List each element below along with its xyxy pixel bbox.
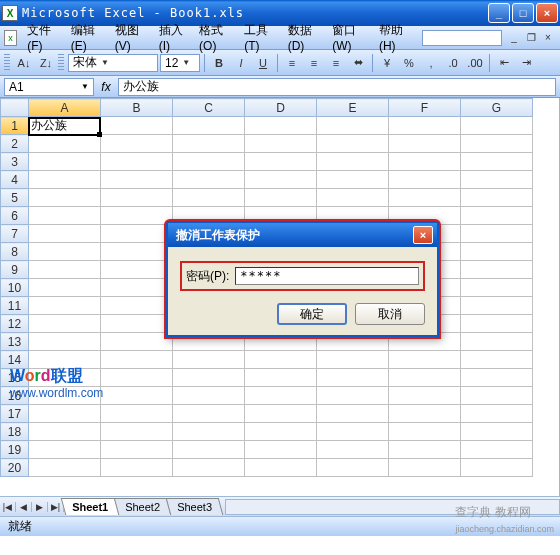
menu-data[interactable]: 数据(D) — [282, 20, 327, 55]
cell-F5[interactable] — [389, 189, 461, 207]
cell-A5[interactable] — [29, 189, 101, 207]
cell-B8[interactable] — [101, 243, 173, 261]
cell-A10[interactable] — [29, 279, 101, 297]
cell-C20[interactable] — [173, 459, 245, 477]
cell-A9[interactable] — [29, 261, 101, 279]
row-header-19[interactable]: 19 — [1, 441, 29, 459]
cell-G18[interactable] — [461, 423, 533, 441]
cell-A11[interactable] — [29, 297, 101, 315]
dialog-close-button[interactable]: × — [413, 226, 433, 244]
cell-B2[interactable] — [101, 135, 173, 153]
tab-sheet1[interactable]: Sheet1 — [61, 498, 120, 515]
increase-indent-button[interactable]: ⇥ — [516, 53, 536, 73]
col-header-B[interactable]: B — [101, 99, 173, 117]
cell-C1[interactable] — [173, 117, 245, 135]
menu-window[interactable]: 窗口(W) — [326, 20, 373, 55]
cell-B12[interactable] — [101, 315, 173, 333]
sort-desc-button[interactable]: Z↓ — [36, 53, 56, 73]
cell-F3[interactable] — [389, 153, 461, 171]
cell-D17[interactable] — [245, 405, 317, 423]
cell-G12[interactable] — [461, 315, 533, 333]
row-header-7[interactable]: 7 — [1, 225, 29, 243]
cell-D20[interactable] — [245, 459, 317, 477]
cell-G15[interactable] — [461, 369, 533, 387]
dialog-titlebar[interactable]: 撤消工作表保护 × — [168, 223, 437, 247]
menu-file[interactable]: 文件(F) — [21, 20, 65, 55]
cell-B3[interactable] — [101, 153, 173, 171]
cell-D3[interactable] — [245, 153, 317, 171]
toolbar-grip-icon[interactable] — [4, 54, 10, 72]
merge-center-button[interactable]: ⬌ — [348, 53, 368, 73]
cell-G4[interactable] — [461, 171, 533, 189]
fx-button[interactable]: fx — [96, 80, 116, 94]
cell-D5[interactable] — [245, 189, 317, 207]
cell-A8[interactable] — [29, 243, 101, 261]
menu-tools[interactable]: 工具(T) — [238, 20, 282, 55]
cell-G14[interactable] — [461, 351, 533, 369]
row-header-11[interactable]: 11 — [1, 297, 29, 315]
align-left-button[interactable]: ≡ — [282, 53, 302, 73]
cell-A3[interactable] — [29, 153, 101, 171]
cell-C16[interactable] — [173, 387, 245, 405]
menu-help[interactable]: 帮助(H) — [373, 20, 418, 55]
comma-button[interactable]: , — [421, 53, 441, 73]
cell-A6[interactable] — [29, 207, 101, 225]
formula-input[interactable]: 办公族 — [118, 78, 556, 96]
col-header-F[interactable]: F — [389, 99, 461, 117]
cell-G2[interactable] — [461, 135, 533, 153]
maximize-button[interactable]: □ — [512, 3, 534, 23]
cell-G6[interactable] — [461, 207, 533, 225]
decrease-decimal-button[interactable]: .00 — [465, 53, 485, 73]
cell-G3[interactable] — [461, 153, 533, 171]
cell-D16[interactable] — [245, 387, 317, 405]
italic-button[interactable]: I — [231, 53, 251, 73]
cell-G10[interactable] — [461, 279, 533, 297]
row-header-6[interactable]: 6 — [1, 207, 29, 225]
cell-B10[interactable] — [101, 279, 173, 297]
cell-B13[interactable] — [101, 333, 173, 351]
cell-D14[interactable] — [245, 351, 317, 369]
cell-D18[interactable] — [245, 423, 317, 441]
align-center-button[interactable]: ≡ — [304, 53, 324, 73]
row-header-3[interactable]: 3 — [1, 153, 29, 171]
password-input[interactable] — [235, 267, 419, 285]
cell-F20[interactable] — [389, 459, 461, 477]
cell-C19[interactable] — [173, 441, 245, 459]
row-header-13[interactable]: 13 — [1, 333, 29, 351]
cell-B5[interactable] — [101, 189, 173, 207]
cell-F16[interactable] — [389, 387, 461, 405]
increase-decimal-button[interactable]: .0 — [443, 53, 463, 73]
cell-A20[interactable] — [29, 459, 101, 477]
toolbar-grip-icon[interactable] — [58, 54, 64, 72]
ok-button[interactable]: 确定 — [277, 303, 347, 325]
cell-A2[interactable] — [29, 135, 101, 153]
cell-B15[interactable] — [101, 369, 173, 387]
select-all-button[interactable] — [1, 99, 29, 117]
cell-C3[interactable] — [173, 153, 245, 171]
cell-C18[interactable] — [173, 423, 245, 441]
row-header-17[interactable]: 17 — [1, 405, 29, 423]
tab-sheet3[interactable]: Sheet3 — [166, 498, 223, 515]
cell-B4[interactable] — [101, 171, 173, 189]
cell-E14[interactable] — [317, 351, 389, 369]
cell-E20[interactable] — [317, 459, 389, 477]
row-header-18[interactable]: 18 — [1, 423, 29, 441]
cell-G5[interactable] — [461, 189, 533, 207]
help-search-input[interactable] — [422, 30, 502, 46]
menu-format[interactable]: 格式(O) — [193, 20, 238, 55]
cell-D4[interactable] — [245, 171, 317, 189]
mdi-minimize-button[interactable]: _ — [506, 31, 522, 45]
row-header-10[interactable]: 10 — [1, 279, 29, 297]
cell-E17[interactable] — [317, 405, 389, 423]
tab-sheet2[interactable]: Sheet2 — [114, 498, 171, 515]
row-header-4[interactable]: 4 — [1, 171, 29, 189]
row-header-12[interactable]: 12 — [1, 315, 29, 333]
cell-D2[interactable] — [245, 135, 317, 153]
cell-E16[interactable] — [317, 387, 389, 405]
cell-B18[interactable] — [101, 423, 173, 441]
cell-B20[interactable] — [101, 459, 173, 477]
bold-button[interactable]: B — [209, 53, 229, 73]
cell-E5[interactable] — [317, 189, 389, 207]
cell-G11[interactable] — [461, 297, 533, 315]
cell-F2[interactable] — [389, 135, 461, 153]
